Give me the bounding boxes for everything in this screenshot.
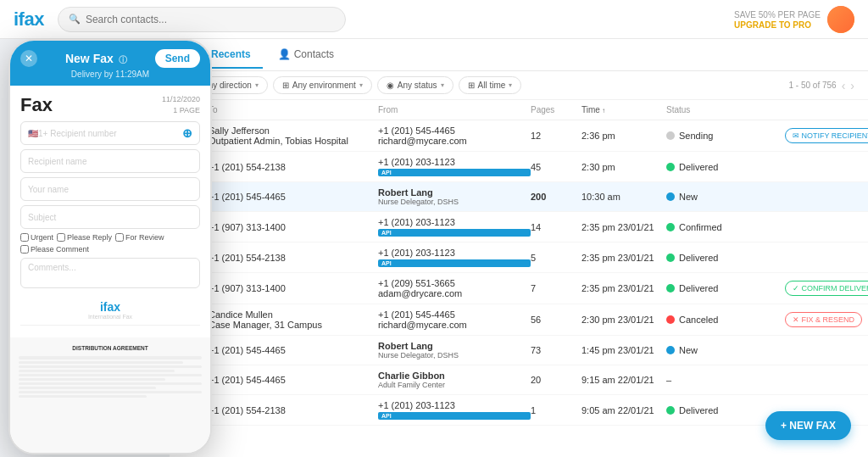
action-cell[interactable]: ✓ CONFIRM DELIVERY [785,281,868,296]
status-dot [666,406,675,415]
action-cell[interactable]: ✉ NOTIFY RECIPIENT [785,128,868,143]
time-cell: 2:35 pm 23/01/21 [581,222,666,232]
to-cell: +1 (201) 554-2138 [209,405,378,415]
to-cell: Sally Jefferson Outpatient Admin, Tobias… [209,125,378,146]
to-cell: +1 (201) 545-4465 [209,375,378,385]
phone-send-button[interactable]: Send [155,49,200,68]
phone-overlay: ✕ New Fax ⓘ Send Delivery by 11:29AM Fax… [0,31,220,457]
phone-header: ✕ New Fax ⓘ Send Delivery by 11:29AM [10,41,210,86]
from-cell: +1 (201) 203-1123 API [378,217,531,237]
add-recipient-icon[interactable]: ⊕ [182,126,192,140]
filter-status[interactable]: ◉ Any status ▾ [377,76,453,94]
from-cell: +1 (201) 203-1123 API [378,157,531,176]
upgrade-text: SAVE 50% PER PAGE [734,9,821,20]
tab-contacts[interactable]: 👤 Contacts [266,42,346,69]
action-cell[interactable]: ✕ FIX & RESEND [785,312,868,327]
new-fax-button[interactable]: + NEW FAX [765,411,851,440]
time-cell: 2:35 pm 23/01/21 [581,253,666,263]
status-dot [666,254,675,262]
table-row[interactable]: +1 (907) 313-1400 +1 (209) 551-3665 adam… [170,273,868,304]
status-label: New [679,345,698,355]
table-row[interactable]: +1 (201) 554-2138 +1 (201) 203-1123 API … [170,152,868,182]
doc-title: DISTRIBUTION AGREEMENT [19,344,202,353]
fax-panel: 🕐 Recents 👤 Contacts ⇄ Any direction ▾ ⊞… [170,39,868,457]
filter-environment[interactable]: ⊞ Any environment ▾ [273,76,372,94]
time-cell: 9:15 am 22/01/21 [581,375,666,385]
status-dot [666,315,675,324]
table-row[interactable]: +1 (201) 554-2138 +1 (201) 203-1123 API … [170,242,868,273]
table-header: To From Pages Time Status [170,100,868,120]
pages-cell: 73 [531,345,581,355]
phone-frame: ✕ New Fax ⓘ Send Delivery by 11:29AM Fax… [8,39,212,454]
table-row[interactable]: +1 (201) 545-4465 Robert Lang Nurse Dele… [170,336,868,365]
pages-cell: 7 [531,283,581,293]
status-label: New [679,192,698,202]
urgent-checkbox[interactable]: Urgent [20,233,53,242]
chevron-down-icon-4: ▾ [509,81,512,89]
to-cell: +1 (201) 554-2138 [209,253,378,263]
phone-delivery-text: Delivery by 11:29AM [20,70,200,79]
please-reply-input[interactable] [57,233,65,242]
th-action [785,105,868,114]
fax-table: Sally Jefferson Outpatient Admin, Tobias… [170,120,868,457]
phone-info-icon: ⓘ [119,55,127,64]
please-comment-checkbox[interactable]: Please Comment [20,245,89,254]
confirm-delivery-button[interactable]: ✓ CONFIRM DELIVERY [785,281,868,296]
recipient-placeholder: 1+ Recipient number [38,129,182,138]
checkboxes-row: Urgent Please Reply For Review Please Co… [20,233,200,254]
next-page-button[interactable]: › [850,79,854,92]
status-cell: New [666,192,785,202]
from-cell: +1 (201) 203-1123 API [378,248,531,267]
tabs-row: 🕐 Recents 👤 Contacts [170,39,868,71]
urgent-input[interactable] [20,233,29,242]
please-comment-input[interactable] [20,245,29,254]
status-label: Delivered [679,283,718,293]
api-badge: API [378,229,531,237]
prev-page-button[interactable]: ‹ [842,79,846,92]
phone-title: New Fax ⓘ [37,52,155,66]
recipient-number-field[interactable]: 🇺🇸 1+ Recipient number ⊕ [20,121,200,145]
table-row[interactable]: +1 (907) 313-1400 +1 (201) 203-1123 API … [170,212,868,242]
for-review-input[interactable] [115,233,124,242]
notify-recipient-button[interactable]: ✉ NOTIFY RECIPIENT [785,128,868,143]
filter-time[interactable]: ⊞ All time ▾ [459,76,522,94]
subject-field[interactable]: Subject [20,205,200,229]
api-badge: API [378,412,531,420]
pages-cell: 56 [531,315,581,325]
time-cell: 10:30 am [581,192,666,202]
avatar[interactable] [827,6,854,33]
pages-cell: 1 [531,405,581,415]
search-bar[interactable]: 🔍 [58,7,346,32]
environment-icon: ⊞ [282,81,289,90]
your-name-field[interactable]: Your name [20,177,200,201]
comments-field[interactable]: Comments... [20,258,200,288]
from-cell: Charlie Gibbon Adult Family Center [378,371,531,389]
phone-logo: ifax [20,300,200,314]
to-cell: +1 (907) 313-1400 [209,283,378,293]
th-time[interactable]: Time [581,105,666,114]
status-dot [666,163,675,171]
please-reply-checkbox[interactable]: Please Reply [57,233,112,242]
fax-date: 11/12/2020 [162,94,200,105]
th-status: Status [666,105,785,114]
upgrade-link[interactable]: UPGRADE TO PRO [734,20,821,30]
status-label: Sending [679,131,713,141]
time-cell: 2:30 pm 23/01/21 [581,315,666,325]
for-review-checkbox[interactable]: For Review [115,233,164,242]
status-cell: Confirmed [666,222,785,232]
table-row[interactable]: +1 (201) 554-2138 +1 (201) 203-1123 API … [170,395,868,426]
table-row[interactable]: +1 (201) 545-4465 Robert Lang Nurse Dele… [170,182,868,212]
recipient-name-field[interactable]: Recipient name [20,149,200,173]
time-cell: 2:35 pm 23/01/21 [581,283,666,293]
phone-close-btn[interactable]: ✕ [20,50,37,67]
table-row[interactable]: Sally Jefferson Outpatient Admin, Tobias… [170,120,868,152]
fix-resend-button[interactable]: ✕ FIX & RESEND [785,312,862,327]
table-row[interactable]: Candice Mullen Case Manager, 31 Campus +… [170,304,868,336]
your-name-placeholder: Your name [28,185,69,194]
phone-logo-sub: International Fax [20,314,200,320]
table-row[interactable]: +1 (201) 545-4465 Charlie Gibbon Adult F… [170,365,868,395]
chevron-down-icon-3: ▾ [441,81,444,89]
status-cell: – [666,375,785,385]
search-input[interactable] [86,14,335,25]
to-cell: +1 (201) 545-4465 [209,192,378,202]
